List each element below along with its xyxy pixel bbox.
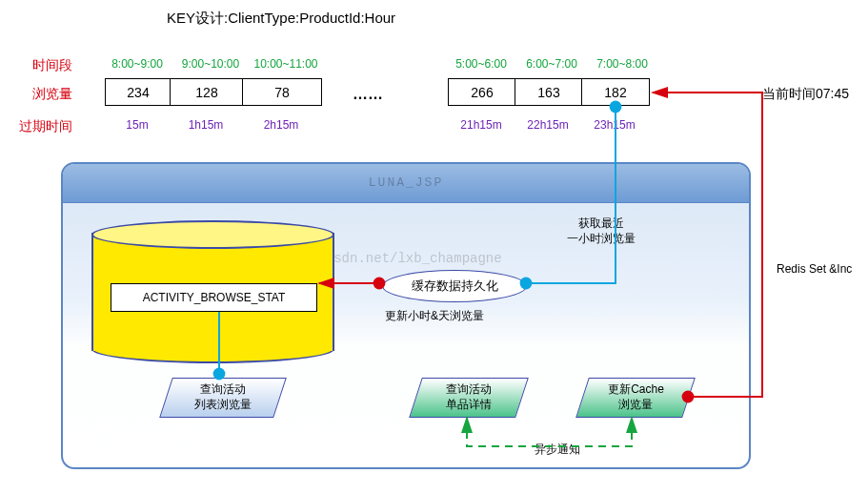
- par-query-detail: 查询活动 单品详情: [409, 378, 529, 418]
- range-r0: 5:00~6:00: [448, 57, 515, 71]
- range-2: 10:00~11:00: [247, 57, 325, 71]
- par-query-detail-l2: 单品详情: [446, 398, 492, 413]
- cache-caption: 更新小时&天浏览量: [385, 308, 484, 324]
- ttl-1: 1h15m: [170, 118, 242, 132]
- redis-label: Redis Set &Inc: [777, 262, 852, 276]
- ttl-r0: 21h15m: [448, 118, 515, 132]
- views-2: 78: [242, 78, 322, 106]
- panel: LUNA_JSP http://blog.csdn.net/lxb_champa…: [61, 162, 751, 469]
- cache-node: 缓存数据持久化: [382, 270, 527, 302]
- label-views: 浏览量: [10, 86, 72, 103]
- label-time-range: 时间段: [10, 57, 72, 74]
- par-update-cache-l2: 浏览量: [608, 398, 664, 413]
- current-time-label: 当前时间07:45: [762, 86, 849, 103]
- async-label: 异步通知: [535, 442, 580, 458]
- ttl-2: 2h15m: [242, 118, 320, 132]
- panel-header: LUNA_JSP: [63, 164, 749, 203]
- par-query-list-l2: 列表浏览量: [194, 398, 252, 413]
- label-ttl: 过期时间: [10, 118, 72, 135]
- fetch-caption-1: 获取最近: [549, 216, 654, 232]
- range-0: 8:00~9:00: [105, 57, 170, 71]
- dots: ……: [353, 86, 383, 103]
- views-r2: 182: [581, 78, 650, 106]
- views-r0: 266: [448, 78, 516, 106]
- ttl-0: 15m: [105, 118, 170, 132]
- par-update-cache-l1: 更新Cache: [608, 382, 664, 398]
- par-query-detail-l1: 查询活动: [446, 382, 492, 398]
- fetch-caption-2: 一小时浏览量: [549, 232, 654, 247]
- views-0: 234: [105, 78, 172, 106]
- ttl-r2: 23h15m: [581, 118, 648, 132]
- range-r2: 7:00~8:00: [589, 57, 656, 71]
- par-query-list: 查询活动 列表浏览量: [159, 378, 287, 418]
- page-title: KEY设计:ClientType:ProductId:Hour: [167, 10, 395, 28]
- db-cylinder: ACTIVITY_BROWSE_STAT: [91, 220, 334, 363]
- views-r1: 163: [515, 78, 583, 106]
- db-table-name: ACTIVITY_BROWSE_STAT: [111, 283, 317, 312]
- views-1: 128: [170, 78, 244, 106]
- ttl-r1: 22h15m: [515, 118, 581, 132]
- par-update-cache: 更新Cache 浏览量: [575, 378, 696, 418]
- par-query-list-l1: 查询活动: [194, 382, 252, 398]
- range-r1: 6:00~7:00: [518, 57, 585, 71]
- range-1: 9:00~10:00: [174, 57, 247, 71]
